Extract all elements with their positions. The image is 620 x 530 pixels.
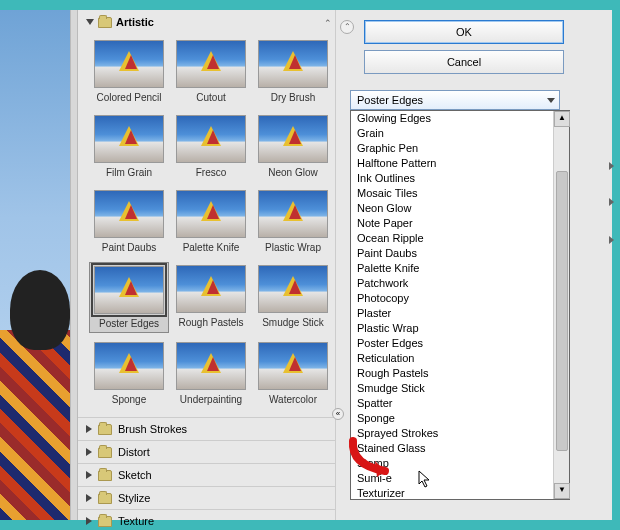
thumb-label: Neon Glow — [268, 167, 317, 178]
thumb-label: Plastic Wrap — [265, 242, 321, 253]
folder-icon — [98, 17, 112, 28]
dropdown-option[interactable]: Stained Glass — [351, 441, 553, 456]
filter-select: Poster Edges Glowing EdgesGrainGraphic P… — [350, 90, 560, 110]
thumb-film-grain[interactable]: Film Grain — [92, 115, 166, 178]
cancel-button[interactable]: Cancel — [364, 50, 564, 74]
dropdown-option[interactable]: Ocean Ripple — [351, 231, 553, 246]
thumb-label: Sponge — [112, 394, 146, 405]
filter-thumbnails-panel: ⌃ Artistic Colored PencilCutoutDry Brush… — [78, 10, 336, 520]
category-label: Brush Strokes — [118, 423, 187, 435]
scroll-down-button[interactable]: ▼ — [554, 483, 570, 499]
disclosure-closed-icon — [86, 494, 92, 502]
category-label: Stylize — [118, 492, 150, 504]
thumb-neon-glow[interactable]: Neon Glow — [256, 115, 330, 178]
dropdown-option[interactable]: Reticulation — [351, 351, 553, 366]
thumbnail-grid: Colored PencilCutoutDry BrushFilm GrainF… — [78, 32, 335, 417]
parameter-sliders-edge — [602, 158, 616, 258]
filter-dropdown-list[interactable]: Glowing EdgesGrainGraphic PenHalftone Pa… — [350, 110, 570, 500]
thumb-underpainting[interactable]: Underpainting — [174, 342, 248, 405]
category-row-stylize[interactable]: Stylize — [78, 486, 335, 509]
thumb-label: Cutout — [196, 92, 225, 103]
folder-icon — [98, 470, 112, 481]
scroll-up-button[interactable]: ▲ — [554, 111, 570, 127]
thumb-label: Underpainting — [180, 394, 242, 405]
thumb-label: Rough Pastels — [178, 317, 243, 328]
dropdown-option[interactable]: Plastic Wrap — [351, 321, 553, 336]
dropdown-option[interactable]: Grain — [351, 126, 553, 141]
dropdown-option[interactable]: Sprayed Strokes — [351, 426, 553, 441]
disclosure-closed-icon — [86, 425, 92, 433]
preview-pane — [0, 10, 70, 520]
category-row-texture[interactable]: Texture — [78, 509, 335, 530]
thumb-label: Watercolor — [269, 394, 317, 405]
thumb-label: Colored Pencil — [96, 92, 161, 103]
dropdown-option[interactable]: Halftone Pattern — [351, 156, 553, 171]
panel-divider[interactable] — [70, 10, 78, 520]
category-row-distort[interactable]: Distort — [78, 440, 335, 463]
category-label: Sketch — [118, 469, 152, 481]
dropdown-option[interactable]: Mosaic Tiles — [351, 186, 553, 201]
thumb-label: Dry Brush — [271, 92, 315, 103]
dropdown-option[interactable]: Texturizer — [351, 486, 553, 499]
ok-button[interactable]: OK — [364, 20, 564, 44]
thumb-paint-daubs[interactable]: Paint Daubs — [92, 190, 166, 253]
disclosure-closed-icon — [86, 471, 92, 479]
disclosure-open-icon — [86, 19, 94, 25]
thumb-label: Paint Daubs — [102, 242, 156, 253]
folder-icon — [98, 424, 112, 435]
controls-panel: ⌃ OK Cancel Poster Edges Glowing EdgesGr… — [336, 10, 612, 520]
dropdown-option[interactable]: Patchwork — [351, 276, 553, 291]
dropdown-scrollbar[interactable]: ▲ ▼ — [553, 111, 569, 499]
thumb-sponge[interactable]: Sponge — [92, 342, 166, 405]
preview-image — [0, 10, 70, 520]
category-row-sketch[interactable]: Sketch — [78, 463, 335, 486]
thumb-palette-knife[interactable]: Palette Knife — [174, 190, 248, 253]
dropdown-option[interactable]: Spatter — [351, 396, 553, 411]
scroll-thumb[interactable] — [556, 171, 568, 451]
thumb-rough-pastels[interactable]: Rough Pastels — [174, 265, 248, 330]
category-header-artistic[interactable]: Artistic — [78, 10, 335, 32]
disclosure-closed-icon — [86, 517, 92, 525]
thumb-poster-edges[interactable]: Poster Edges — [89, 262, 169, 333]
filter-gallery-dialog: ⌃ Artistic Colored PencilCutoutDry Brush… — [0, 10, 612, 520]
category-label: Texture — [118, 515, 154, 527]
folder-icon — [98, 493, 112, 504]
dropdown-option[interactable]: Sumi-e — [351, 471, 553, 486]
dropdown-option[interactable]: Glowing Edges — [351, 111, 553, 126]
dropdown-option[interactable]: Graphic Pen — [351, 141, 553, 156]
collapse-lower-icon[interactable]: « — [332, 408, 344, 420]
dropdown-option[interactable]: Palette Knife — [351, 261, 553, 276]
thumb-label: Fresco — [196, 167, 227, 178]
category-label: Distort — [118, 446, 150, 458]
dropdown-option[interactable]: Poster Edges — [351, 336, 553, 351]
thumb-label: Smudge Stick — [262, 317, 324, 328]
thumb-label: Palette Knife — [183, 242, 240, 253]
dropdown-option[interactable]: Rough Pastels — [351, 366, 553, 381]
thumb-watercolor[interactable]: Watercolor — [256, 342, 330, 405]
thumb-label: Poster Edges — [99, 318, 159, 329]
disclosure-closed-icon — [86, 448, 92, 456]
folder-icon — [98, 516, 112, 527]
dropdown-option[interactable]: Plaster — [351, 306, 553, 321]
thumb-plastic-wrap[interactable]: Plastic Wrap — [256, 190, 330, 253]
scroll-up-icon[interactable]: ⌃ — [323, 18, 333, 30]
filter-select-button[interactable]: Poster Edges — [350, 90, 560, 110]
folder-icon — [98, 447, 112, 458]
dropdown-option[interactable]: Paint Daubs — [351, 246, 553, 261]
thumb-smudge-stick[interactable]: Smudge Stick — [256, 265, 330, 330]
thumb-colored-pencil[interactable]: Colored Pencil — [92, 40, 166, 103]
collapse-panel-icon[interactable]: ⌃ — [340, 20, 354, 34]
dropdown-option[interactable]: Ink Outlines — [351, 171, 553, 186]
category-row-brush-strokes[interactable]: Brush Strokes — [78, 417, 335, 440]
dropdown-option[interactable]: Note Paper — [351, 216, 553, 231]
thumb-fresco[interactable]: Fresco — [174, 115, 248, 178]
thumb-label: Film Grain — [106, 167, 152, 178]
thumb-dry-brush[interactable]: Dry Brush — [256, 40, 330, 103]
dropdown-option[interactable]: Neon Glow — [351, 201, 553, 216]
dropdown-option[interactable]: Smudge Stick — [351, 381, 553, 396]
dropdown-option[interactable]: Stamp — [351, 456, 553, 471]
thumb-cutout[interactable]: Cutout — [174, 40, 248, 103]
dropdown-option[interactable]: Photocopy — [351, 291, 553, 306]
dropdown-option[interactable]: Sponge — [351, 411, 553, 426]
category-title: Artistic — [116, 16, 154, 28]
